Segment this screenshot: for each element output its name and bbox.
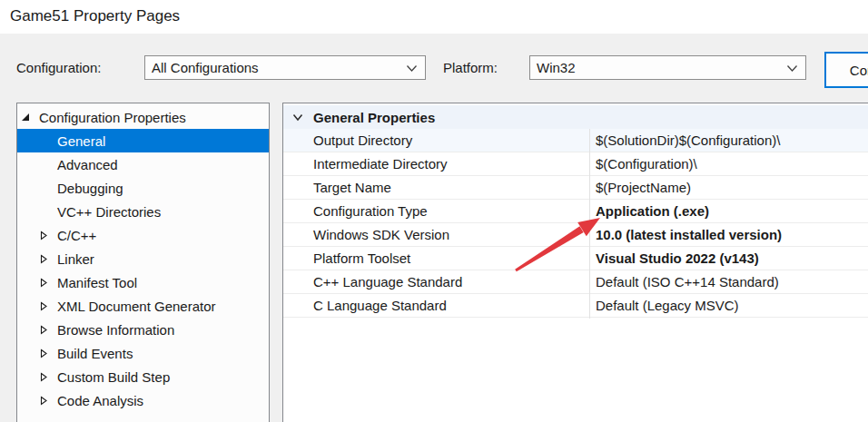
tree-item-xml-document-generator[interactable]: XML Document Generator [17, 294, 269, 318]
property-row-target-name[interactable]: Target Name$(ProjectName) [283, 176, 868, 200]
configuration-selected-value: All Configurations [152, 60, 259, 75]
property-name: Output Directory [283, 132, 588, 148]
tree-item-custom-build-step[interactable]: Custom Build Step [17, 365, 269, 388]
configuration-tree: Configuration PropertiesGeneralAdvancedD… [16, 103, 270, 422]
tree-item-manifest-tool[interactable]: Manifest Tool [17, 270, 269, 294]
collapsed-triangle-icon[interactable] [39, 396, 55, 406]
property-grid: General Properties Output Directory$(Sol… [282, 103, 868, 422]
tree-item-c-c[interactable]: C/C++ [17, 223, 269, 247]
property-value[interactable]: $(ProjectName) [588, 180, 868, 195]
configuration-combobox[interactable]: All Configurations [144, 55, 426, 80]
collapsed-triangle-icon[interactable] [39, 325, 55, 335]
tree-item-code-analysis[interactable]: Code Analysis [17, 388, 269, 412]
collapsed-triangle-icon[interactable] [39, 231, 55, 240]
tree-item-linker[interactable]: Linker [17, 247, 269, 270]
property-value[interactable]: Application (.exe) [588, 203, 868, 219]
grid-column-divider[interactable] [589, 129, 590, 319]
property-row-output-directory[interactable]: Output Directory$(SolutionDir)$(Configur… [283, 129, 868, 152]
property-value[interactable]: Default (ISO C++14 Standard) [588, 274, 868, 290]
tree-item-label: XML Document Generator [57, 299, 216, 314]
property-row-intermediate-directory[interactable]: Intermediate Directory$(Configuration)\ [283, 152, 868, 176]
property-name: Platform Toolset [283, 250, 588, 266]
property-value[interactable]: Visual Studio 2022 (v143) [588, 250, 868, 266]
tree-item-vc-directories[interactable]: VC++ Directories [17, 200, 269, 223]
tree-item-label: C/C++ [57, 228, 96, 243]
chevron-down-icon[interactable] [786, 64, 798, 73]
property-group-label: General Properties [313, 110, 435, 125]
collapsed-triangle-icon[interactable] [39, 372, 55, 382]
tree-item-label: Configuration Properties [39, 110, 186, 125]
tree-item-label: Advanced [57, 157, 118, 172]
tree-item-label: VC++ Directories [57, 204, 161, 220]
collapsed-triangle-icon[interactable] [39, 348, 55, 358]
tree-item-advanced[interactable]: Advanced [17, 152, 269, 176]
property-value[interactable]: Default (Legacy MSVC) [588, 298, 868, 313]
tree-item-browse-information[interactable]: Browse Information [17, 318, 269, 341]
collapsed-triangle-icon[interactable] [39, 254, 55, 264]
property-row-windows-sdk-version[interactable]: Windows SDK Version10.0 (latest installe… [283, 223, 868, 247]
property-row-c-language-standard[interactable]: C++ Language StandardDefault (ISO C++14 … [283, 270, 868, 294]
property-name: Intermediate Directory [283, 156, 588, 172]
tree-item-label: Custom Build Step [57, 369, 170, 385]
property-name: Configuration Type [283, 203, 588, 219]
configuration-label: Configuration: [16, 60, 101, 75]
tree-item-build-events[interactable]: Build Events [17, 341, 269, 365]
tree-item-general[interactable]: General [17, 129, 269, 152]
dialog-title: Game51 Property Pages [10, 6, 180, 26]
tree-item-label: Code Analysis [57, 393, 143, 408]
tree-item-configuration-properties[interactable]: Configuration Properties [17, 105, 269, 129]
configuration-manager-button[interactable]: Configuration Manager... [824, 52, 868, 88]
tree-item-debugging[interactable]: Debugging [17, 176, 269, 200]
property-name: Windows SDK Version [283, 227, 588, 242]
tree-item-label: Browse Information [57, 322, 174, 338]
property-name: C++ Language Standard [283, 274, 588, 290]
property-name: C Language Standard [283, 298, 588, 313]
platform-combobox[interactable]: Win32 [529, 55, 806, 80]
tree-item-label: Linker [57, 251, 94, 267]
tree-item-label: Debugging [57, 181, 123, 196]
property-name: Target Name [283, 180, 588, 195]
tree-item-label: Build Events [57, 346, 133, 361]
property-row-c-language-standard[interactable]: C Language StandardDefault (Legacy MSVC) [283, 294, 868, 318]
collapsed-triangle-icon[interactable] [39, 301, 55, 311]
chevron-down-icon[interactable] [292, 113, 303, 122]
property-value[interactable]: $(Configuration)\ [588, 156, 868, 172]
tree-item-label: General [57, 133, 105, 149]
tree-item-label: Manifest Tool [57, 275, 137, 290]
property-pages-dialog: Game51 Property Pages Configuration: All… [0, 0, 868, 422]
property-row-platform-toolset[interactable]: Platform ToolsetVisual Studio 2022 (v143… [283, 247, 868, 270]
property-group-header[interactable]: General Properties [283, 105, 868, 129]
property-value[interactable]: 10.0 (latest installed version) [588, 227, 868, 242]
property-value[interactable]: $(SolutionDir)$(Configuration)\ [588, 132, 868, 148]
property-rows: Output Directory$(SolutionDir)$(Configur… [283, 129, 868, 318]
collapsed-triangle-icon[interactable] [39, 278, 55, 288]
expanded-triangle-icon[interactable] [21, 113, 37, 122]
chevron-down-icon[interactable] [406, 64, 418, 73]
platform-selected-value: Win32 [537, 60, 576, 75]
platform-label: Platform: [443, 60, 498, 75]
property-row-configuration-type[interactable]: Configuration TypeApplication (.exe) [283, 200, 868, 223]
